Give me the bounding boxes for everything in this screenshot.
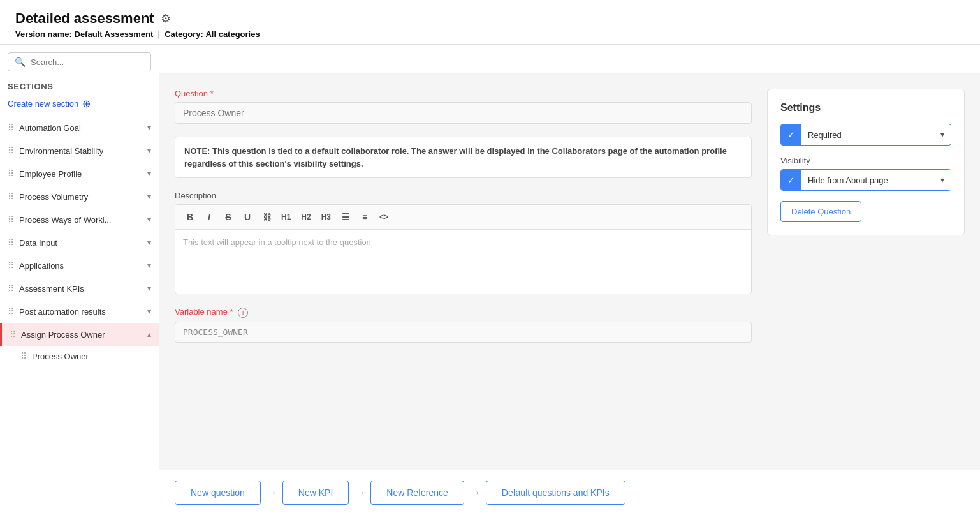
new-kpi-button[interactable]: New KPI [282, 481, 349, 505]
header-meta: Version name: Default Assessment | Categ… [15, 29, 965, 39]
chevron-down-icon: ▾ [147, 261, 151, 270]
drag-handle-icon: ⠿ [8, 260, 14, 271]
required-select[interactable]: ✓ Required ▾ [780, 124, 951, 146]
chevron-down-icon: ▾ [147, 215, 151, 224]
action-bar: New question → New KPI → New Reference →… [159, 470, 980, 515]
sidebar-item-label: Automation Goal [19, 123, 142, 133]
required-checkbox[interactable]: ✓ [781, 124, 801, 145]
create-section-label: Create new section [8, 99, 78, 108]
search-icon: 🔍 [15, 57, 26, 67]
sidebar-item-data-input[interactable]: ⠿ Data Input ▾ [0, 231, 159, 254]
sidebar-item-label: Process Ways of Worki... [19, 215, 142, 225]
drag-handle-icon: ⠿ [8, 191, 14, 202]
sidebar-search: 🔍 [0, 45, 159, 77]
editor-body[interactable]: This text will appear in a tooltip next … [175, 230, 751, 294]
drag-handle-icon: ⠿ [8, 146, 14, 156]
required-field: ✓ Required ▾ [780, 124, 951, 146]
drag-handle-icon: ⠿ [10, 329, 16, 340]
create-new-section-button[interactable]: Create new section ⊕ [0, 94, 159, 116]
variable-name-field-group: Variable name * i [175, 307, 752, 343]
arrow-icon: → [349, 486, 370, 500]
italic-button[interactable]: I [201, 209, 217, 225]
sidebar-item-automation-goal[interactable]: ⠿ Automation Goal ▾ [0, 116, 159, 139]
sidebar-sub-item-process-owner[interactable]: ⠿ Process Owner [0, 346, 159, 366]
note-text: NOTE: This question is tied to a default… [184, 146, 727, 168]
question-field-group: Question * [175, 89, 752, 124]
sidebar-item-label: Employee Profile [19, 169, 142, 179]
version-label: Version name: [15, 29, 72, 39]
category-label: Category: [165, 29, 203, 39]
search-input[interactable] [31, 57, 144, 67]
note-box: NOTE: This question is tied to a default… [175, 137, 752, 178]
drag-handle-icon: ⠿ [8, 123, 14, 133]
sidebar-item-employee-profile[interactable]: ⠿ Employee Profile ▾ [0, 162, 159, 185]
drag-handle-icon: ⠿ [8, 237, 14, 248]
h1-button[interactable]: H1 [277, 209, 295, 225]
visibility-chevron-icon: ▾ [934, 170, 951, 190]
question-input[interactable] [175, 102, 752, 124]
question-label: Question * [175, 89, 752, 98]
chevron-down-icon: ▾ [147, 169, 151, 178]
sidebar-item-environmental-stability[interactable]: ⠿ Environmental Stability ▾ [0, 139, 159, 162]
tab-bar [159, 45, 980, 73]
new-question-button[interactable]: New question [175, 481, 261, 505]
sidebar-item-process-ways-of-working[interactable]: ⠿ Process Ways of Worki... ▾ [0, 208, 159, 231]
rich-text-editor[interactable]: B I S U ⛓ H1 H2 H3 ☰ ≡ <> [175, 204, 752, 294]
delete-question-button[interactable]: Delete Question [780, 201, 861, 222]
drag-handle-icon: ⠿ [8, 283, 14, 294]
chevron-down-icon: ▾ [147, 123, 151, 132]
page-title: Detailed assessment [15, 10, 154, 27]
description-label: Description [175, 191, 752, 200]
sidebar-item-post-automation-results[interactable]: ⠿ Post automation results ▾ [0, 300, 159, 323]
visibility-checkbox[interactable]: ✓ [781, 170, 801, 190]
description-field-group: Description B I S U ⛓ H1 H2 H3 [175, 191, 752, 294]
content-area: Question * NOTE: This question is tied t… [159, 45, 980, 515]
variable-name-label: Variable name * i [175, 307, 752, 318]
sidebar-item-process-volumetry[interactable]: ⠿ Process Volumetry ▾ [0, 185, 159, 208]
version-name: Default Assessment [75, 29, 154, 39]
select-chevron-icon: ▾ [934, 125, 951, 144]
sections-label: Sections [0, 77, 159, 94]
chevron-down-icon: ▾ [147, 146, 151, 155]
underline-button[interactable]: U [239, 209, 256, 225]
bullet-list-button[interactable]: ☰ [337, 209, 354, 225]
ordered-list-button[interactable]: ≡ [356, 209, 373, 225]
settings-sidebar: Settings ✓ Required ▾ [767, 89, 965, 454]
sidebar-item-label: Applications [19, 261, 142, 271]
h2-button[interactable]: H2 [297, 209, 314, 225]
drag-handle-icon: ⠿ [8, 214, 14, 225]
settings-title: Settings [780, 102, 951, 114]
variable-name-input[interactable] [175, 322, 752, 343]
visibility-select-field[interactable]: Hide from About page [801, 170, 934, 190]
chevron-down-icon: ▾ [147, 284, 151, 293]
code-button[interactable]: <> [376, 209, 392, 225]
link-button[interactable]: ⛓ [258, 209, 275, 225]
editor-placeholder: This text will appear in a tooltip next … [183, 237, 371, 247]
arrow-icon: → [261, 486, 282, 500]
chevron-up-icon: ▴ [147, 330, 151, 339]
new-reference-button[interactable]: New Reference [370, 481, 464, 505]
strikethrough-button[interactable]: S [220, 209, 237, 225]
drag-handle-icon: ⠿ [8, 306, 14, 317]
h3-button[interactable]: H3 [318, 209, 335, 225]
sidebar: 🔍 Sections Create new section ⊕ ⠿ Automa… [0, 45, 159, 515]
visibility-select[interactable]: ✓ Hide from About page ▾ [780, 169, 951, 191]
sidebar-item-applications[interactable]: ⠿ Applications ▾ [0, 254, 159, 277]
chevron-down-icon: ▾ [147, 307, 151, 316]
sidebar-item-assign-process-owner[interactable]: ⠿ Assign Process Owner ▴ [0, 323, 159, 346]
gear-icon[interactable]: ⚙ [161, 11, 171, 26]
editor-toolbar: B I S U ⛓ H1 H2 H3 ☰ ≡ <> [175, 205, 751, 230]
visibility-field: Visibility ✓ Hide from About page ▾ [780, 156, 951, 191]
sidebar-item-label: Assign Process Owner [21, 330, 142, 340]
sidebar-item-assessment-kpis[interactable]: ⠿ Assessment KPIs ▾ [0, 277, 159, 300]
default-questions-button[interactable]: Default questions and KPIs [486, 481, 625, 505]
info-icon[interactable]: i [238, 308, 248, 318]
required-select-field[interactable]: Required [801, 125, 934, 145]
bold-button[interactable]: B [182, 209, 198, 225]
chevron-down-icon: ▾ [147, 238, 151, 247]
sidebar-item-label: Data Input [19, 238, 142, 248]
arrow-icon: → [464, 486, 486, 500]
sidebar-item-label: Environmental Stability [19, 146, 142, 156]
plus-circle-icon: ⊕ [82, 98, 91, 110]
settings-panel: Settings ✓ Required ▾ [767, 89, 965, 235]
